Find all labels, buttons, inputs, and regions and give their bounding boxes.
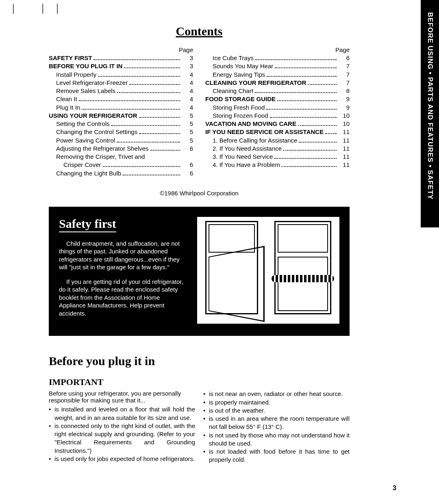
toc-leader-dots	[277, 97, 337, 101]
toc-label: Remove Sales Labels	[56, 87, 115, 95]
toc-entry: Remove Sales Labels4	[49, 87, 193, 95]
toc-page: 6	[182, 145, 193, 153]
toc-label: VACATION AND MOVING CARE	[205, 120, 296, 128]
toc-leader-dots	[275, 65, 337, 68]
toc-label: IF YOU NEED SERVICE OR ASSISTANCE	[205, 128, 324, 136]
toc-entry: Level Refrigerator-Freezer4	[49, 79, 193, 87]
toc-leader-dots	[111, 122, 180, 126]
toc-entry: 3. If You Need Service11	[205, 153, 350, 161]
important-intro: Before using your refrigerator, you are …	[49, 390, 195, 404]
toc-label: Changing the Light Bulb	[56, 169, 121, 177]
toc-entry: Power Saving Control5	[49, 136, 193, 145]
toc-entry: Energy Saving Tips7	[205, 71, 350, 79]
toc-entry: 1. Before Calling for Assistance11	[205, 136, 350, 145]
important-columns: Before using your refrigerator, you are …	[49, 390, 350, 464]
toc-label: SAFETY FIRST	[49, 54, 92, 62]
toc-leader-dots	[308, 81, 337, 85]
toc-leader-dots	[325, 130, 337, 134]
toc-label: Sounds You May Hear	[213, 62, 273, 70]
toc-leader-dots	[282, 163, 337, 167]
toc-leader-dots	[139, 130, 180, 134]
toc-entry: USING YOUR REFRIGERATOR5	[49, 112, 193, 120]
toc-label: Plug It In	[56, 104, 80, 112]
toc-entry: SAFETY FIRST3	[49, 54, 193, 62]
toc-label: 3. If You Need Service	[213, 153, 273, 161]
toc-leader-dots	[79, 97, 180, 101]
toc-page: 11	[338, 161, 350, 169]
bullet-item: is not loaded with food before it has ti…	[203, 448, 350, 464]
toc-page: 8	[338, 87, 350, 95]
toc-page: 4	[182, 95, 193, 103]
toc-leader-dots	[139, 114, 180, 118]
page-col-header: Page	[49, 46, 193, 53]
toc-page: 5	[182, 128, 193, 136]
toc-page: 6	[182, 169, 193, 177]
toc-page: 6	[338, 54, 350, 62]
toc-page: 5	[182, 112, 193, 120]
toc-label: 4. If You Have a Problem	[213, 161, 280, 169]
before-plug-heading: Before you plug it in	[49, 354, 350, 368]
toc-page: 10	[338, 120, 350, 128]
toc-entry: Sounds You May Hear7	[205, 62, 350, 70]
bullet-item: is not near an oven, radiator or other h…	[203, 390, 350, 398]
toc-label: FOOD STORAGE GUIDE	[205, 95, 276, 103]
toc-label: Install Properly	[56, 71, 96, 79]
chain-icon	[272, 275, 334, 282]
toc-leader-dots	[255, 56, 337, 60]
toc-page: 10	[338, 112, 350, 120]
toc-leader-dots	[298, 122, 337, 126]
toc-label: Level Refrigerator-Freezer	[56, 79, 128, 87]
toc-entry: Removing the Crisper, Trivet and	[49, 153, 193, 161]
bullet-item: is connected only to the right kind of o…	[49, 422, 195, 455]
toc-entry: 4. If You Have a Problem11	[205, 161, 350, 169]
toc-page: 3	[182, 54, 193, 62]
toc-label: Storing Frozen Food	[213, 112, 268, 120]
page-col-header: Page	[205, 46, 350, 53]
toc-leader-dots	[123, 172, 180, 175]
toc-page: 4	[182, 87, 193, 95]
toc-entry: Adjusting the Refrigerator Shelves6	[49, 145, 193, 153]
bullet-item: is properly maintained.	[203, 398, 350, 407]
toc-label: Crisper Cover	[63, 161, 101, 169]
toc-leader-dots	[299, 139, 337, 143]
safety-heading: Safety first	[59, 217, 116, 232]
toc-page: 5	[182, 136, 193, 145]
toc-label: 2. If You Need Assistance	[213, 145, 282, 153]
toc-label: USING YOUR REFRIGERATOR	[49, 112, 137, 120]
safety-paragraph: If you are getting rid of your old refri…	[59, 278, 187, 318]
toc-entry: Storing Frozen Food10	[205, 112, 350, 120]
toc-page: 7	[338, 71, 350, 79]
safety-first-panel: Safety first Child entrapment, and suffo…	[49, 207, 350, 336]
toc-leader-dots	[117, 139, 180, 143]
toc-label: Setting the Controls	[56, 120, 110, 128]
toc-entry: CLEANING YOUR REFRIGERATOR7	[205, 79, 350, 87]
refrigerator-illustration	[197, 217, 339, 324]
bullet-item: is out of the weather.	[203, 407, 350, 415]
safety-paragraph: Child entrapment, and suffocation, are n…	[59, 240, 187, 271]
side-tab: BEFORE USING • PARTS AND FEATURES • SAFE…	[421, 0, 439, 227]
page-content: Contents Page SAFETY FIRST3BEFORE YOU PL…	[0, 0, 390, 480]
important-heading: IMPORTANT	[49, 377, 350, 387]
table-of-contents: Page SAFETY FIRST3BEFORE YOU PLUG IT IN3…	[49, 46, 350, 177]
bullet-item: is used only for jobs expected of home r…	[49, 455, 195, 463]
toc-page: 4	[182, 104, 193, 112]
toc-label: Adjusting the Refrigerator Shelves	[56, 145, 149, 153]
toc-leader-dots	[93, 56, 180, 60]
toc-entry: VACATION AND MOVING CARE10	[205, 120, 350, 128]
toc-leader-dots	[117, 89, 180, 93]
toc-page: 9	[338, 104, 350, 112]
toc-page: 7	[338, 79, 350, 87]
toc-leader-dots	[124, 65, 180, 68]
toc-leader-dots	[274, 155, 337, 159]
fridge-chained-icon	[274, 221, 331, 314]
fridge-open-icon	[205, 221, 258, 314]
toc-entry: Setting the Controls5	[49, 120, 193, 128]
important-right-col: is not near an oven, radiator or other h…	[203, 390, 350, 464]
copyright-line: ©1986 Whirlpool Corporation	[49, 190, 350, 197]
toc-page: 9	[338, 95, 350, 103]
toc-page: 6	[182, 161, 193, 169]
safety-text: Safety first Child entrapment, and suffo…	[59, 217, 187, 324]
toc-entry: Plug It In4	[49, 104, 193, 112]
toc-leader-dots	[129, 81, 180, 85]
bullet-item: is used in an area where the room temper…	[203, 415, 350, 431]
